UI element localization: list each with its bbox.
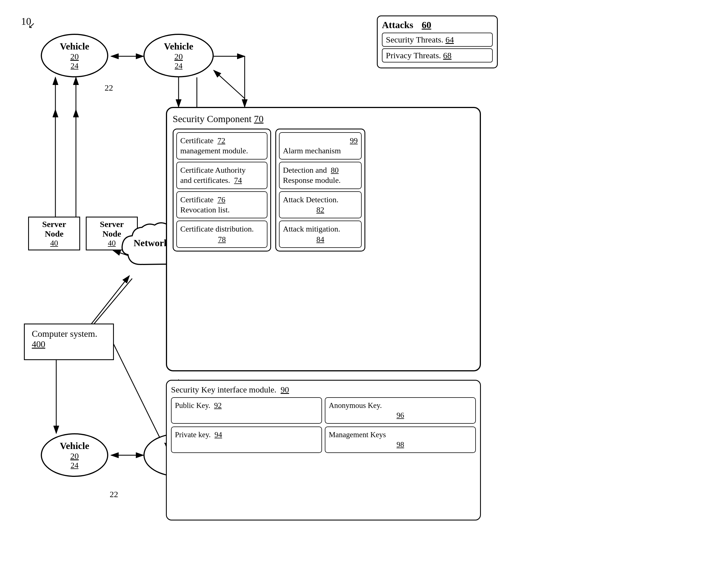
cert-distribution-item: Certificate distribution.78 — [176, 220, 268, 248]
security-grid: Certificate 72management module. Certifi… — [173, 129, 474, 252]
computer-system: Computer system. 400 — [24, 323, 114, 360]
vehicle3-title: Vehicle — [60, 441, 89, 451]
security-left-col: Certificate 72management module. Certifi… — [173, 129, 271, 252]
security-right-col: 99 Alarm mechanism Detection and 80Respo… — [275, 129, 365, 252]
detection-response-item: Detection and 80Response module. — [279, 162, 362, 189]
anonymous-key-item: Anonymous Key.96 — [325, 397, 476, 424]
server2-num: 40 — [108, 238, 116, 248]
label-22-top: 22 — [105, 83, 113, 92]
attacks-title: Attacks 60 — [382, 20, 493, 30]
anon-key-num: 96 — [329, 411, 472, 420]
server1-title: Server — [42, 219, 66, 229]
key-grid: Public Key. 92 Anonymous Key.96 Private … — [171, 397, 476, 453]
security-key-module: Security Key interface module. 90 Public… — [166, 380, 481, 521]
vehicle2-num: 20 — [174, 52, 183, 61]
computer-num: 400 — [32, 339, 106, 350]
cert-rev-num: 76 — [217, 195, 225, 204]
security-title: Security Component 70 — [173, 114, 474, 124]
diagram: 10 ↙ — [0, 0, 725, 588]
vehicle-1: Vehicle 20 24 — [41, 34, 108, 77]
mgmt-key-num: 98 — [329, 440, 472, 449]
privacy-threats-item: Privacy Threats. 68 — [382, 48, 493, 62]
alarm-mechanism-item: 99 Alarm mechanism — [279, 132, 362, 160]
computer-title: Computer system. — [32, 329, 106, 339]
vehicle2-sub: 24 — [175, 61, 183, 70]
cert-revocation-item: Certificate 76Revocation list. — [176, 191, 268, 218]
vehicle1-num: 20 — [70, 52, 79, 61]
cert-dist-num: 78 — [180, 234, 263, 245]
privacy-threats-num: 68 — [443, 51, 452, 60]
vehicle-2: Vehicle 20 24 — [144, 34, 214, 77]
server1-node: Node — [45, 229, 64, 238]
cert-authority-item: Certificate Authorityand certificates. 7… — [176, 162, 268, 189]
security-threats-num: 64 — [445, 35, 454, 44]
vehicle1-title: Vehicle — [60, 41, 89, 52]
server-node-1: Server Node 40 — [28, 217, 80, 250]
attack-det-num: 82 — [283, 205, 358, 215]
public-key-item: Public Key. 92 — [171, 397, 322, 424]
label-22-bottom: 22 — [110, 489, 118, 499]
key-num: 90 — [281, 385, 289, 394]
key-title: Security Key interface module. 90 — [171, 385, 476, 395]
vehicle2-title: Vehicle — [164, 41, 193, 52]
attack-mitigation-item: Attack mitigation.84 — [279, 220, 362, 248]
svg-line-23 — [214, 70, 245, 99]
alarm-num: 99 — [283, 135, 358, 146]
attack-mit-num: 84 — [283, 234, 358, 245]
vehicle-3: Vehicle 20 24 — [41, 433, 108, 477]
cert-mgmt-num: 72 — [217, 136, 225, 145]
attack-detection-item: Attack Detection.82 — [279, 191, 362, 218]
security-num: 70 — [254, 114, 263, 124]
server1-num: 40 — [50, 238, 58, 248]
cert-mgmt-item: Certificate 72management module. — [176, 132, 268, 160]
security-threats-item: Security Threats. 64 — [382, 33, 493, 47]
private-key-num: 94 — [215, 430, 222, 439]
attacks-box: Attacks 60 Security Threats. 64 Privacy … — [377, 16, 498, 68]
private-key-item: Private key. 94 — [171, 426, 322, 453]
attacks-label: Attacks — [382, 20, 413, 30]
vehicle1-sub: 24 — [70, 61, 79, 70]
attacks-num: 60 — [422, 20, 431, 30]
cert-auth-num: 74 — [234, 176, 242, 185]
management-keys-item: Management Keys98 — [325, 426, 476, 453]
figure-arrow: ↙ — [28, 20, 35, 30]
svg-line-20 — [112, 342, 166, 450]
detection-num: 80 — [331, 166, 339, 174]
security-component: Security Component 70 Certificate 72mana… — [166, 107, 481, 371]
public-key-num: 92 — [214, 401, 221, 410]
vehicle3-num: 20 — [70, 451, 79, 461]
vehicle3-sub: 24 — [70, 461, 79, 470]
